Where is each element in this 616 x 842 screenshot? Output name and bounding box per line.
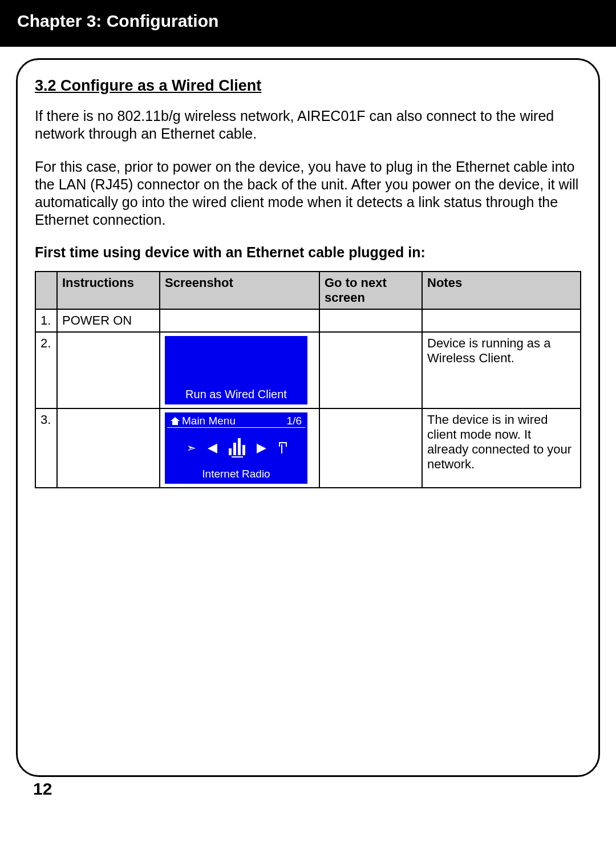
screen-bottom-text: Run as Wired Client (185, 388, 287, 401)
row-goto (319, 332, 422, 408)
row-screenshot: Run as Wired Client (160, 332, 319, 408)
screen-top-left: Main Menu (182, 415, 236, 427)
page-number: 12 (16, 777, 600, 799)
th-instructions: Instructions (57, 272, 160, 309)
row-notes (422, 309, 581, 332)
th-screenshot: Screenshot (160, 272, 319, 309)
device-screen-simple: Run as Wired Client (165, 336, 307, 404)
instructions-table: Instructions Screenshot Go to next scree… (35, 271, 581, 488)
subheading: First time using device with an Ethernet… (35, 244, 581, 261)
screen-bottom-text: Internet Radio (165, 468, 307, 484)
paragraph-2: For this case, prior to power on the dev… (35, 158, 581, 229)
wrench-icon: ➣ (187, 441, 196, 455)
row-notes: The device is in wired client mode now. … (422, 408, 581, 488)
triangle-right-icon: ▶ (257, 440, 266, 455)
row-instructions (57, 408, 160, 488)
row-instructions: POWER ON (57, 309, 160, 332)
table-header-row: Instructions Screenshot Go to next scree… (35, 272, 581, 309)
content-box: 3.2 Configure as a Wired Client If there… (16, 58, 600, 777)
page-body: 3.2 Configure as a Wired Client If there… (0, 47, 616, 804)
antenna-icon (278, 442, 286, 454)
row-screenshot (160, 309, 319, 332)
row-goto (319, 309, 422, 332)
th-goto: Go to next screen (319, 272, 422, 309)
row-notes: Device is running as a Wireless Client. (422, 332, 581, 408)
row-screenshot: Main Menu 1/6 ➣ ◀ (160, 408, 319, 488)
section-title: 3.2 Configure as a Wired Client (35, 77, 581, 95)
screen-top-bar: Main Menu 1/6 (167, 412, 305, 428)
chapter-title: Chapter 3: Configuration (17, 11, 218, 30)
paragraph-1: If there is no 802.11b/g wireless networ… (35, 107, 581, 143)
home-icon (171, 417, 180, 425)
chapter-header: Chapter 3: Configuration (0, 0, 616, 47)
table-row: 2. Run as Wired Client Device is running… (35, 332, 581, 408)
row-instructions (57, 332, 160, 408)
screen-mid-icons: ➣ ◀ (165, 428, 307, 468)
row-num: 2. (35, 332, 57, 408)
equalizer-icon (229, 438, 245, 458)
th-blank (35, 272, 57, 309)
row-num: 1. (35, 309, 57, 332)
th-notes: Notes (422, 272, 581, 309)
row-goto (319, 408, 422, 488)
table-row: 1. POWER ON (35, 309, 581, 332)
table-row: 3. Main Menu 1/6 (35, 408, 581, 488)
row-num: 3. (35, 408, 57, 488)
device-screen-menu: Main Menu 1/6 ➣ ◀ (165, 412, 307, 484)
triangle-left-icon: ◀ (208, 440, 217, 455)
screen-top-right: 1/6 (287, 415, 302, 427)
